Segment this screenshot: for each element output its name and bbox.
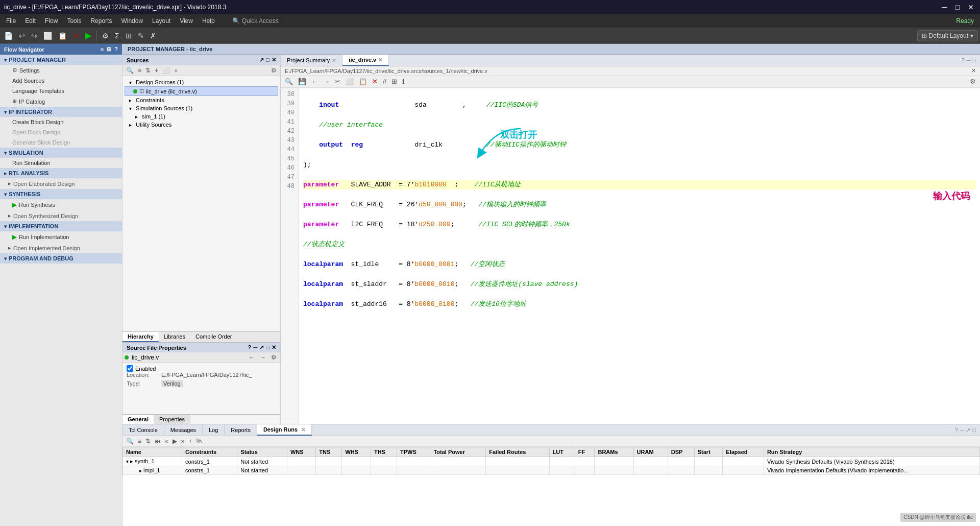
tree-iic-drive[interactable]: ⊡ iic_drive (iic_drive.v): [125, 86, 278, 96]
nav-open-synthesized-design[interactable]: ▸ Open Synthesized Design: [0, 210, 122, 221]
run-button[interactable]: ▶: [83, 30, 93, 41]
program-debug-title[interactable]: ▾ PROGRAM AND DEBUG: [0, 253, 122, 264]
code-area[interactable]: 38 39 40 41 42 43 44 45 46 47 48: [281, 88, 980, 424]
menu-edit[interactable]: Edit: [21, 16, 40, 26]
menu-layout[interactable]: Layout: [148, 16, 175, 26]
tab-properties[interactable]: Properties: [154, 415, 190, 424]
dr-sort-button[interactable]: ⇅: [144, 437, 152, 445]
dr-first-button[interactable]: ⏮: [153, 437, 162, 445]
nav-create-block-design[interactable]: Create Block Design: [0, 117, 122, 127]
search-button[interactable]: 🔍: [125, 66, 135, 75]
menu-window[interactable]: Window: [117, 16, 147, 26]
maximize-icon[interactable]: □: [266, 344, 270, 351]
tab-help-icon[interactable]: ?: [961, 57, 964, 63]
rtl-analysis-title[interactable]: ▸ RTL ANALYSIS: [0, 168, 122, 178]
tree-utility-sources[interactable]: ▸ Utility Sources: [125, 121, 278, 129]
filter-button[interactable]: ≡: [136, 66, 143, 75]
sources-settings-button[interactable]: ⚙: [270, 66, 278, 75]
nav-run-synthesis[interactable]: ▶ Run Synthesis: [0, 199, 122, 210]
menu-help[interactable]: Help: [198, 16, 219, 26]
quick-access[interactable]: 🔍 Quick Access: [230, 17, 279, 25]
paste-button[interactable]: 📋: [56, 31, 69, 41]
tree-constraints[interactable]: ▸ Constraints: [125, 96, 278, 104]
tab-log[interactable]: Log: [203, 425, 225, 435]
tab-hierarchy[interactable]: Hierarchy: [122, 332, 159, 342]
tab-reports[interactable]: Reports: [225, 425, 257, 435]
table-row-impl[interactable]: ▸ impl_1 constrs_1 Not started: [123, 466, 980, 475]
editor-back-button[interactable]: ←: [309, 77, 320, 86]
editor-search-button[interactable]: 🔍: [283, 77, 295, 86]
editor-copy-button[interactable]: ⬜: [344, 77, 356, 86]
tree-sim-sources[interactable]: ▾ Simulation Sources (1): [125, 104, 278, 112]
editor-delete-button[interactable]: ✕: [370, 77, 380, 86]
float-icon[interactable]: ↗: [259, 344, 264, 351]
impl-expand-arrow[interactable]: ▸: [139, 468, 142, 473]
help-icon[interactable]: ?: [248, 344, 252, 351]
tab-libraries[interactable]: Libraries: [159, 332, 190, 342]
project-manager-title[interactable]: ▾ PROJECT MANAGER: [0, 55, 122, 65]
nav-ip-catalog[interactable]: ⊕ IP Catalog: [0, 96, 122, 107]
menu-flow[interactable]: Flow: [41, 16, 62, 26]
tab-maximize-icon[interactable]: □: [972, 57, 976, 63]
editor-settings-button[interactable]: ⚙: [968, 77, 978, 86]
nav-run-simulation[interactable]: Run Simulation: [0, 158, 122, 168]
nav-ctrl-2[interactable]: ⊞: [107, 46, 111, 53]
props-next-button[interactable]: →: [258, 353, 267, 362]
editor-paste-button[interactable]: 📋: [357, 77, 369, 86]
nav-run-implementation[interactable]: ▶ Run Implementation: [0, 231, 122, 243]
nav-ctrl-1[interactable]: ≡: [101, 46, 104, 53]
menu-view[interactable]: View: [176, 16, 197, 26]
minimize-icon[interactable]: ─: [254, 344, 258, 351]
path-close-icon[interactable]: ✕: [971, 67, 976, 74]
maximize-button[interactable]: □: [953, 3, 962, 11]
tree-design-sources[interactable]: ▾ Design Sources (1): [125, 78, 278, 86]
editor-save-button[interactable]: 💾: [296, 77, 308, 86]
dr-next2-button[interactable]: »: [180, 437, 186, 445]
ip-integrator-title[interactable]: ▾ IP INTEGRATOR: [0, 107, 122, 117]
dr-play-button[interactable]: ▶: [171, 437, 179, 445]
delete-button[interactable]: ✕: [71, 31, 81, 41]
cross-button[interactable]: ✗: [148, 31, 158, 41]
implementation-title[interactable]: ▾ IMPLEMENTATION: [0, 221, 122, 231]
dr-search-button[interactable]: 🔍: [125, 437, 135, 445]
nav-ctrl-help[interactable]: ?: [114, 46, 118, 53]
copy-source-button[interactable]: ⬜: [161, 66, 172, 75]
copy-button[interactable]: ⬜: [41, 31, 54, 41]
tab-tcl-console[interactable]: Tcl Console: [122, 425, 164, 435]
tab-messages[interactable]: Messages: [164, 425, 203, 435]
editor-format-button[interactable]: ⊞: [389, 77, 399, 86]
sort-button[interactable]: ⇅: [144, 66, 152, 75]
bp-help-icon[interactable]: ?: [954, 427, 958, 434]
menu-file[interactable]: File: [2, 16, 20, 26]
edit2-button[interactable]: ✎: [136, 31, 146, 41]
synthesis-title[interactable]: ▾ SYNTHESIS: [0, 189, 122, 199]
tab-iic-drive[interactable]: iic_drive.v ✕: [342, 55, 389, 66]
menu-reports[interactable]: Reports: [86, 16, 116, 26]
editor-comment-button[interactable]: //: [381, 77, 388, 86]
expand-arrow[interactable]: ▾: [126, 459, 129, 464]
dr-prev2-button[interactable]: «: [163, 437, 170, 445]
simulation-title[interactable]: ▾ SIMULATION: [0, 148, 122, 158]
bp-maximize-icon[interactable]: □: [972, 427, 976, 434]
nav-open-block-design[interactable]: Open Block Design: [0, 127, 122, 137]
synth-expand-2[interactable]: ▸: [130, 458, 133, 464]
tab-design-runs[interactable]: Design Runs ✕: [257, 424, 312, 436]
tab-float-icon[interactable]: ─: [967, 57, 971, 63]
editor-cut-button[interactable]: ✂: [333, 77, 342, 86]
editor-forward-button[interactable]: →: [321, 77, 332, 86]
bp-float-icon[interactable]: ↗: [966, 427, 970, 434]
menu-tools[interactable]: Tools: [63, 16, 85, 26]
dr-filter-button[interactable]: ≡: [136, 437, 143, 445]
nav-open-implemented-design[interactable]: ▸ Open Implemented Design: [0, 243, 122, 253]
nav-generate-block-design[interactable]: Generate Block Design: [0, 137, 122, 148]
enabled-checkbox[interactable]: [127, 365, 133, 372]
tab-general[interactable]: General: [122, 415, 154, 424]
props-prev-button[interactable]: ←: [247, 353, 256, 362]
close-icon[interactable]: ✕: [272, 344, 276, 351]
constraint-button[interactable]: ⊞: [124, 31, 134, 41]
maximize-icon[interactable]: □: [266, 57, 270, 63]
close-icon[interactable]: ✕: [272, 57, 276, 63]
props-settings-button[interactable]: ⚙: [270, 353, 278, 362]
redo-button[interactable]: ↪: [29, 31, 39, 41]
nav-settings[interactable]: ⚙ Settings: [0, 65, 122, 76]
